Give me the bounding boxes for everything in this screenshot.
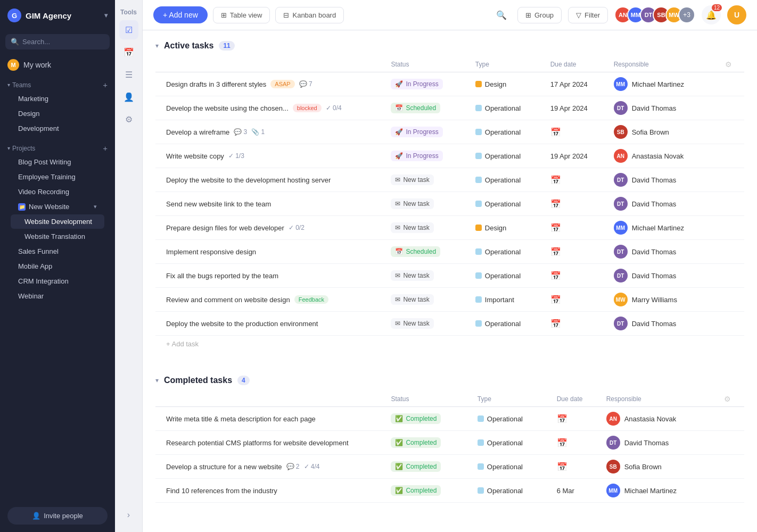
notification-button[interactable]: 🔔 12: [702, 5, 721, 24]
responsible-avatar: AN: [614, 149, 628, 163]
strip-person-icon[interactable]: 👤: [119, 87, 138, 106]
active-tasks-header[interactable]: ▾ Active tasks 11: [155, 41, 744, 51]
my-work-item[interactable]: M My work: [0, 55, 115, 75]
check-count: ✓ 0/4: [326, 104, 342, 112]
responsible-name: David Thomas: [632, 176, 677, 184]
sidebar-item-sales-funnel[interactable]: Sales Funnel: [11, 244, 104, 259]
status-label: Completed: [406, 487, 437, 494]
responsible-avatar: DT: [614, 245, 628, 259]
table-row[interactable]: Send new website link to the team ✉ New …: [155, 192, 744, 216]
strip-calendar-icon[interactable]: 📅: [119, 43, 138, 62]
user-menu-button[interactable]: U: [727, 5, 746, 24]
empty-date-icon: 📅: [550, 271, 561, 280]
type-cell: Design: [475, 80, 544, 88]
filter-button[interactable]: ▽ Filter: [568, 7, 608, 23]
bottom-spacer: [143, 503, 757, 524]
search-button[interactable]: 🔍: [492, 5, 511, 24]
completed-tasks-header[interactable]: ▾ Completed tasks 4: [155, 376, 744, 385]
status-emoji: ✅: [395, 415, 403, 422]
teams-section-header[interactable]: ▾ Teams +: [7, 80, 108, 89]
type-dot: [475, 105, 482, 111]
task-name-header: [155, 57, 391, 72]
status-label: Scheduled: [406, 104, 436, 112]
status-cell: 📅 Scheduled: [391, 246, 468, 257]
group-button[interactable]: ⊞ Group: [517, 7, 562, 23]
table-row[interactable]: Deploy the website to the production env…: [155, 312, 744, 336]
sidebar-item-new-website[interactable]: 📁 New Website ▾: [11, 200, 104, 214]
responsible-name: David Thomas: [632, 104, 677, 112]
type-dot: [475, 177, 482, 183]
collapse-icon[interactable]: ›: [119, 505, 138, 525]
type-cell: Operational: [475, 104, 544, 112]
due-date-cell: 📅: [550, 288, 614, 312]
row-settings: [725, 216, 744, 240]
type-dot: [475, 81, 482, 87]
add-task-label[interactable]: + Add task: [155, 336, 744, 352]
check-count: ✓ 0/2: [289, 224, 305, 231]
type-cell: Operational: [478, 487, 550, 495]
teams-add-button[interactable]: +: [103, 80, 108, 89]
table-row[interactable]: Research potential CMS platforms for web…: [155, 431, 744, 455]
status-emoji: ✉: [395, 200, 400, 207]
completed-settings-icon[interactable]: ⚙: [724, 395, 731, 403]
type-cell: Operational: [475, 248, 544, 256]
responsible-cell: AN Anastasia Novak: [606, 412, 718, 426]
status-label: New task: [403, 176, 429, 184]
sidebar-item-marketing[interactable]: Marketing: [11, 92, 104, 106]
responsible-name: Marry Williams: [632, 296, 677, 304]
projects-add-button[interactable]: +: [103, 144, 108, 153]
projects-section-header[interactable]: ▾ Projects +: [7, 144, 108, 153]
table-row[interactable]: Write meta title & meta description for …: [155, 407, 744, 431]
sidebar-item-mobile-app[interactable]: Mobile App: [11, 259, 104, 273]
sidebar-item-webinar[interactable]: Webinar: [11, 289, 104, 303]
status-badge: ✉ New task: [391, 318, 433, 329]
table-row[interactable]: Write website copy✓ 1/3 🚀 In Progress Op…: [155, 144, 744, 168]
strip-list-icon[interactable]: ☰: [119, 65, 138, 84]
table-row[interactable]: Implement responsive design 📅 Scheduled …: [155, 240, 744, 264]
table-row[interactable]: Review and comment on website designFeed…: [155, 288, 744, 312]
sidebar-item-development[interactable]: Development: [11, 121, 104, 136]
table-row[interactable]: Fix all the bugs reported by the team ✉ …: [155, 264, 744, 288]
search-bar[interactable]: 🔍 Search...: [5, 34, 110, 49]
sidebar-item-design[interactable]: Design: [11, 106, 104, 121]
kanban-board-button[interactable]: ⊟ Kanban board: [275, 7, 344, 23]
comment-count: 💬 3: [234, 128, 247, 136]
sidebar-item-crm-integration[interactable]: CRM Integration: [11, 274, 104, 288]
table-row[interactable]: Develop a structure for a new website💬 2…: [155, 455, 744, 479]
sidebar-item-blog-post-writing[interactable]: Blog Post Writing: [11, 155, 104, 169]
responsible-cell: SB Sofia Brown: [614, 125, 719, 139]
table-row[interactable]: Develop a wireframe💬 3📎 1 🚀 In Progress …: [155, 120, 744, 144]
due-date-cell: 📅: [550, 216, 614, 240]
type-cell: Operational: [475, 200, 544, 208]
sidebar-item-video-recording[interactable]: Video Recording: [11, 185, 104, 199]
type-label: Operational: [487, 439, 523, 447]
table-row[interactable]: Find 10 references from the industry ✅ C…: [155, 479, 744, 503]
invite-people-button[interactable]: 👤 Invite people: [7, 507, 108, 525]
table-row[interactable]: Develop the website using the chosen...b…: [155, 96, 744, 120]
group-icon: ⊞: [525, 11, 531, 19]
avatar-more[interactable]: +3: [678, 6, 695, 23]
search-icon: 🔍: [11, 38, 19, 46]
status-label: Completed: [406, 415, 437, 422]
add-task-row[interactable]: + Add task: [155, 336, 744, 352]
strip-settings-icon[interactable]: ⚙: [119, 110, 138, 129]
table-row[interactable]: Prepare design files for web developer✓ …: [155, 216, 744, 240]
table-view-button[interactable]: ⊞ Table view: [213, 7, 270, 23]
strip-collapse[interactable]: ›: [119, 505, 138, 525]
status-emoji: ✉: [395, 176, 400, 184]
strip-tasks-icon[interactable]: ☑: [119, 20, 138, 39]
table-row[interactable]: Deploy the website to the development ho…: [155, 168, 744, 192]
type-dot: [478, 415, 484, 422]
task-name-text: Research potential CMS platforms for web…: [166, 439, 349, 447]
app-logo[interactable]: G GIM Agency ▾: [0, 0, 115, 31]
active-tasks-title: Active tasks: [164, 41, 213, 51]
status-label: New task: [403, 224, 429, 231]
teams-section: ▾ Teams + Marketing Design Development: [0, 75, 115, 138]
table-row[interactable]: Design drafts in 3 different stylesASAP💬…: [155, 72, 744, 96]
sidebar-item-employee-training[interactable]: Employee Training: [11, 170, 104, 184]
sidebar-item-website-translation[interactable]: Website Translation: [11, 229, 104, 244]
sidebar-item-website-development[interactable]: Website Development: [11, 214, 104, 229]
responsible-cell: DT David Thomas: [614, 101, 719, 115]
settings-icon[interactable]: ⚙: [725, 60, 732, 69]
add-new-button[interactable]: + Add new: [153, 6, 208, 23]
